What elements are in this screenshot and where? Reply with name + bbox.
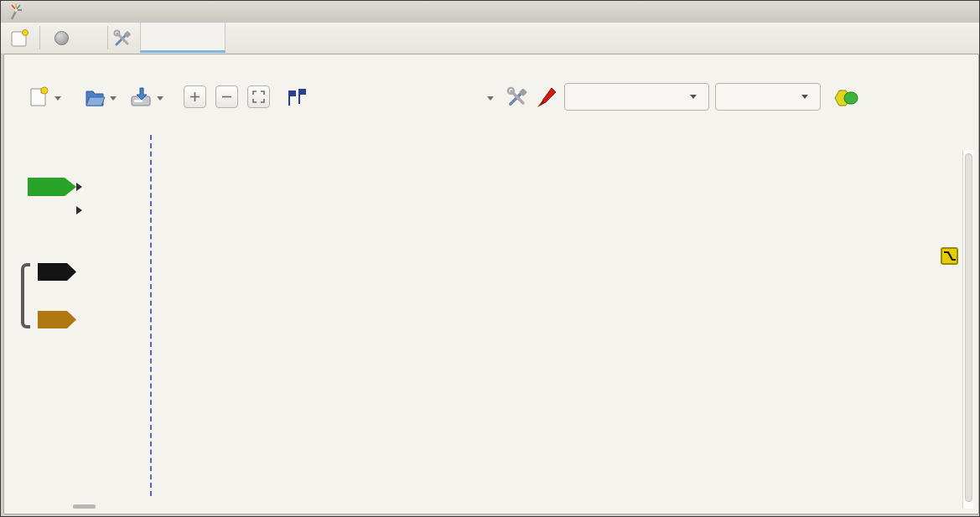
expander-icon[interactable] xyxy=(76,183,82,191)
save-button[interactable] xyxy=(129,85,153,109)
fit-icon xyxy=(252,90,265,103)
trace-view[interactable] xyxy=(1,149,980,509)
tab-session-1[interactable] xyxy=(140,23,226,53)
minus-icon xyxy=(221,91,232,102)
sample-count-combo[interactable] xyxy=(564,83,709,111)
new-session-button[interactable] xyxy=(9,28,29,49)
open-file-dropdown-caret[interactable] xyxy=(110,96,117,101)
zoom-fit-button[interactable] xyxy=(247,85,270,108)
settings-tools-icon[interactable] xyxy=(112,28,132,49)
trigger-flags-icon[interactable] xyxy=(284,85,308,109)
pulseview-logo-icon xyxy=(7,3,25,21)
toolbar-separator xyxy=(39,26,40,49)
title-bar xyxy=(1,1,979,23)
save-dropdown-caret[interactable] xyxy=(157,96,163,101)
zoom-in-button[interactable] xyxy=(184,85,206,108)
run-led-icon xyxy=(54,31,69,45)
vertical-scrollbar[interactable] xyxy=(962,150,974,509)
device-dropdown-caret[interactable] xyxy=(487,96,494,101)
sample-count-caret xyxy=(690,95,697,99)
horizontal-scrollbar-thumb[interactable] xyxy=(73,504,96,509)
zoom-out-button[interactable] xyxy=(215,85,238,108)
pulseview-window xyxy=(0,0,980,517)
sample-rate-caret xyxy=(801,95,808,99)
channel-group-bracket[interactable] xyxy=(21,263,30,328)
open-file-button[interactable] xyxy=(83,85,106,109)
sample-rate-combo[interactable] xyxy=(715,83,821,111)
time-cursor-line[interactable] xyxy=(150,135,152,496)
expander-icon[interactable] xyxy=(76,206,82,215)
new-file-button[interactable] xyxy=(26,85,49,109)
trigger-marker-falling-edge-icon[interactable] xyxy=(941,247,958,265)
add-decoder-button[interactable] xyxy=(833,88,858,108)
new-file-dropdown-caret[interactable] xyxy=(54,96,61,101)
channels-probe-icon[interactable] xyxy=(535,85,558,109)
vertical-scrollbar-thumb[interactable] xyxy=(965,153,972,502)
toolbar-separator xyxy=(107,26,108,49)
configure-device-icon[interactable] xyxy=(506,85,529,109)
main-toolbar xyxy=(1,23,979,54)
plus-icon xyxy=(189,91,200,102)
run-button[interactable] xyxy=(49,27,81,49)
